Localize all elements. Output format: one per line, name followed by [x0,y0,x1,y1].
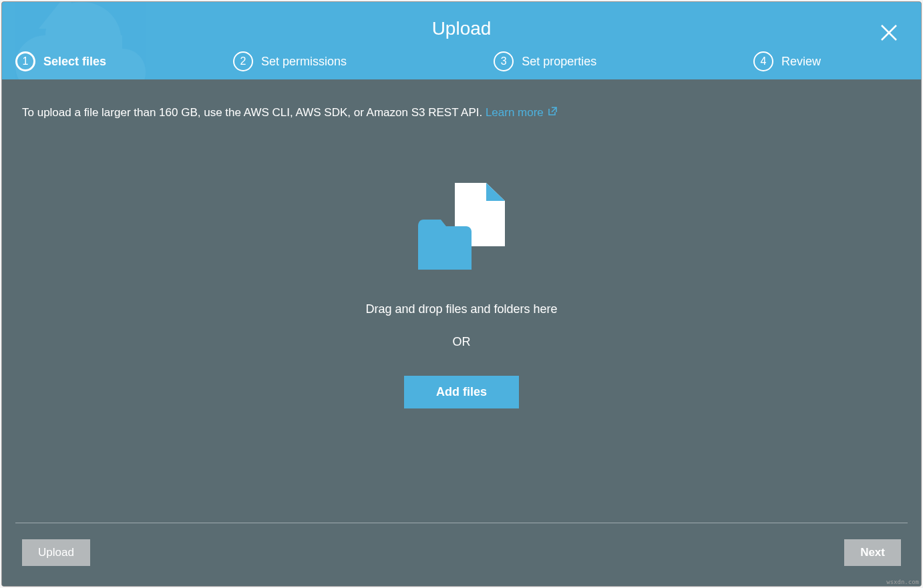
folder-file-icon [411,180,512,276]
close-icon [880,24,898,44]
step-review[interactable]: 4 Review [753,51,821,71]
step-label: Set properties [522,55,596,69]
wizard-steps: 1 Select files 2 Set permissions 3 Set p… [2,51,921,79]
step-number: 4 [753,51,773,71]
learn-more-label: Learn more [486,106,544,119]
modal-title: Upload [2,18,921,39]
drop-zone[interactable]: Drag and drop files and folders here OR … [22,126,901,496]
modal-header: Upload 1 Select files 2 Set permissions … [2,2,921,79]
modal-body: To upload a file larger than 160 GB, use… [2,79,921,509]
step-set-permissions[interactable]: 2 Set permissions [233,51,347,71]
upload-modal: Upload 1 Select files 2 Set permissions … [1,1,922,587]
watermark: wsxdn.com [886,579,919,585]
external-link-icon [548,106,558,119]
info-message: To upload a file larger than 160 GB, use… [22,106,486,119]
modal-footer: Upload Next [2,539,921,586]
step-number: 2 [233,51,253,71]
close-button[interactable] [877,22,901,46]
step-set-properties[interactable]: 3 Set properties [494,51,596,71]
step-label: Select files [43,55,106,69]
step-number: 1 [15,51,35,71]
step-label: Review [781,55,821,69]
or-text: OR [453,335,471,349]
drop-text: Drag and drop files and folders here [365,302,557,316]
next-button[interactable]: Next [844,539,901,566]
learn-more-link[interactable]: Learn more [486,106,558,119]
step-number: 3 [494,51,514,71]
add-files-button[interactable]: Add files [404,376,519,408]
step-select-files[interactable]: 1 Select files [15,51,106,71]
divider [15,523,908,523]
svg-line-2 [552,107,556,112]
step-label: Set permissions [261,55,347,69]
info-text: To upload a file larger than 160 GB, use… [22,106,901,119]
upload-button[interactable]: Upload [22,539,90,566]
